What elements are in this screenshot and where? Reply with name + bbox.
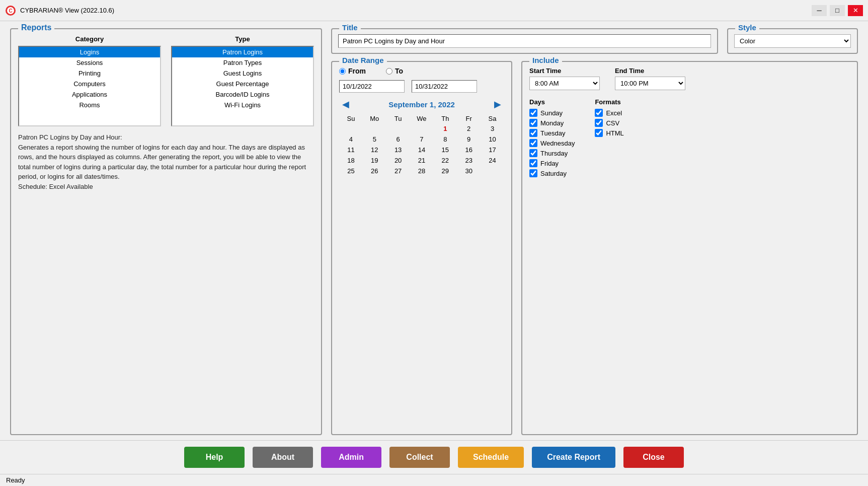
to-radio[interactable]	[386, 68, 392, 75]
day-label: Thursday	[540, 150, 568, 157]
calendar-day-cell[interactable]: 3	[481, 123, 504, 134]
calendar-day-cell[interactable]: 1	[433, 123, 457, 134]
format-checkbox[interactable]	[595, 119, 603, 127]
format-checkbox[interactable]	[595, 109, 603, 117]
from-date-input[interactable]	[339, 80, 405, 93]
calendar-day-cell[interactable]: 26	[363, 166, 386, 176]
calendar-next-button[interactable]: ▶	[491, 99, 504, 110]
calendar-day-cell	[339, 123, 363, 134]
schedule-button[interactable]: Schedule	[458, 447, 524, 468]
list-item[interactable]: Computers	[19, 79, 160, 89]
format-checkbox[interactable]	[595, 129, 603, 137]
day-checkbox[interactable]	[529, 119, 537, 127]
calendar-day-cell[interactable]: 8	[433, 134, 457, 145]
day-label: Sunday	[540, 109, 563, 117]
close-button[interactable]: Close	[623, 447, 684, 468]
to-radio-label[interactable]: To	[386, 67, 403, 75]
calendar-header-cell: Mo	[363, 114, 386, 123]
day-checkbox[interactable]	[529, 109, 537, 117]
list-item[interactable]: Wi-Fi Logins	[172, 100, 313, 110]
list-item[interactable]: Patron Types	[172, 57, 313, 68]
day-checkbox[interactable]	[529, 129, 537, 137]
calendar-day-cell[interactable]: 25	[339, 166, 363, 176]
app-icon: C	[5, 5, 16, 16]
format-check-item: Excel	[595, 109, 623, 117]
formats-col: Formats ExcelCSVHTML	[595, 98, 623, 179]
calendar-day-cell[interactable]: 13	[386, 145, 410, 155]
window-close-button[interactable]: ✕	[848, 5, 863, 16]
status-bar: Ready	[0, 474, 868, 486]
day-checkbox[interactable]	[529, 139, 537, 147]
calendar-day-cell[interactable]: 2	[457, 123, 481, 134]
include-checks-row: Days SundayMondayTuesdayWednesdayThursda…	[529, 98, 850, 179]
calendar-day-cell[interactable]: 14	[410, 145, 434, 155]
calendar-day-cell[interactable]: 6	[386, 134, 410, 145]
about-button[interactable]: About	[253, 447, 313, 468]
formats-col-title: Formats	[595, 98, 623, 106]
type-listbox[interactable]: Patron LoginsPatron TypesGuest LoginsGue…	[171, 46, 314, 126]
calendar-day-cell[interactable]: 15	[433, 145, 457, 155]
calendar-day-cell[interactable]: 10	[481, 134, 504, 145]
help-button[interactable]: Help	[184, 447, 245, 468]
calendar-day-cell[interactable]: 18	[339, 155, 363, 166]
calendar-day-cell[interactable]: 29	[433, 166, 457, 176]
list-item[interactable]: Barcode/ID Logins	[172, 89, 313, 100]
calendar-day-cell[interactable]: 24	[481, 155, 504, 166]
calendar-day-cell[interactable]: 27	[386, 166, 410, 176]
list-item[interactable]: Printing	[19, 68, 160, 79]
from-radio[interactable]	[339, 68, 346, 75]
list-item[interactable]: Applications	[19, 89, 160, 100]
style-select[interactable]: ColorGrayscaleBlack & White	[734, 34, 851, 48]
admin-button[interactable]: Admin	[321, 447, 381, 468]
calendar-day-cell	[386, 123, 410, 134]
list-item[interactable]: Patron Logins	[172, 47, 313, 57]
calendar-day-cell[interactable]: 4	[339, 134, 363, 145]
minimize-button[interactable]: ─	[812, 5, 827, 16]
list-item[interactable]: Sessions	[19, 57, 160, 68]
calendar-day-cell[interactable]: 23	[457, 155, 481, 166]
calendar-day-cell[interactable]: 28	[410, 166, 434, 176]
list-item[interactable]: Rooms	[19, 100, 160, 110]
title-bar: C CYBRARIAN® View (2022.10.6) ─ □ ✕	[0, 0, 868, 21]
calendar-day-cell[interactable]: 9	[457, 134, 481, 145]
category-listbox[interactable]: LoginsSessionsPrintingComputersApplicati…	[18, 46, 161, 126]
calendar-day-cell[interactable]: 21	[410, 155, 434, 166]
list-item[interactable]: Guest Logins	[172, 68, 313, 79]
start-time-select[interactable]: 12:00 AM1:00 AM2:00 AM3:00 AM4:00 AM5:00…	[529, 77, 600, 90]
day-checkbox[interactable]	[529, 149, 537, 157]
from-radio-label[interactable]: From	[339, 67, 366, 75]
calendar-day-cell[interactable]: 5	[363, 134, 386, 145]
title-bar-left: C CYBRARIAN® View (2022.10.6)	[5, 5, 114, 16]
category-label: Category	[18, 35, 161, 43]
day-label: Monday	[540, 119, 564, 127]
calendar-grid: SuMoTuWeThFrSa12345678910111213141516171…	[339, 114, 504, 176]
calendar-day-cell[interactable]: 22	[433, 155, 457, 166]
top-right-row: Title Style ColorGrayscaleBlack & White	[331, 28, 858, 54]
calendar-day-cell[interactable]: 11	[339, 145, 363, 155]
create-report-button[interactable]: Create Report	[532, 447, 615, 468]
format-check-item: HTML	[595, 129, 623, 137]
calendar-day-cell[interactable]: 19	[363, 155, 386, 166]
calendar-day-cell[interactable]: 7	[410, 134, 434, 145]
day-check-item: Tuesday	[529, 129, 575, 137]
calendar-day-cell[interactable]: 12	[363, 145, 386, 155]
type-col: Type Patron LoginsPatron TypesGuest Logi…	[171, 35, 314, 126]
collect-button[interactable]: Collect	[389, 447, 450, 468]
day-checkbox[interactable]	[529, 169, 537, 177]
calendar-day-cell[interactable]: 17	[481, 145, 504, 155]
day-checkbox[interactable]	[529, 159, 537, 167]
calendar-day-cell[interactable]: 30	[457, 166, 481, 176]
calendar-day-cell[interactable]: 20	[386, 155, 410, 166]
list-item[interactable]: Guest Percentage	[172, 79, 313, 89]
to-label: To	[395, 67, 403, 75]
title-input[interactable]	[338, 34, 711, 48]
calendar-prev-button[interactable]: ◀	[339, 99, 352, 110]
day-check-item: Wednesday	[529, 139, 575, 147]
day-label: Tuesday	[540, 129, 565, 137]
list-item[interactable]: Logins	[19, 47, 160, 57]
calendar-day-cell[interactable]: 16	[457, 145, 481, 155]
to-date-input[interactable]	[412, 80, 477, 93]
end-time-select[interactable]: 10:00 PM11:00 PM12:00 AM	[615, 77, 685, 90]
bottom-right-row: Date Range From To ◀	[331, 61, 858, 435]
maximize-button[interactable]: □	[830, 5, 845, 16]
